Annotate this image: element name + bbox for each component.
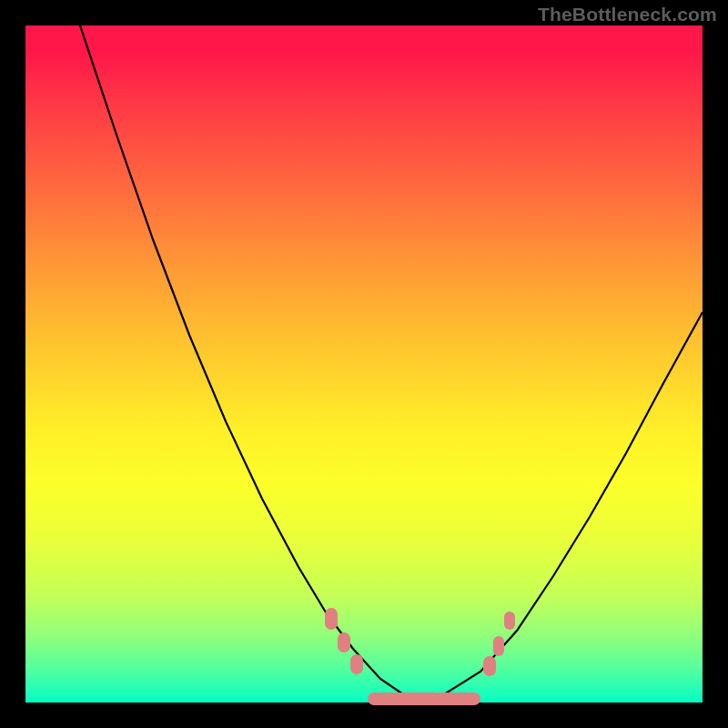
curve-marker	[350, 654, 363, 674]
curve-marker	[504, 612, 515, 630]
curve-marker	[325, 608, 338, 630]
curve-marker	[483, 656, 496, 676]
watermark-text: TheBottleneck.com	[538, 4, 717, 25]
marker-layer	[25, 25, 703, 703]
curve-marker	[368, 693, 480, 705]
curve-marker	[338, 632, 350, 652]
curve-marker	[493, 636, 504, 656]
chart-frame: TheBottleneck.com	[0, 0, 728, 728]
plot-area	[25, 25, 703, 703]
